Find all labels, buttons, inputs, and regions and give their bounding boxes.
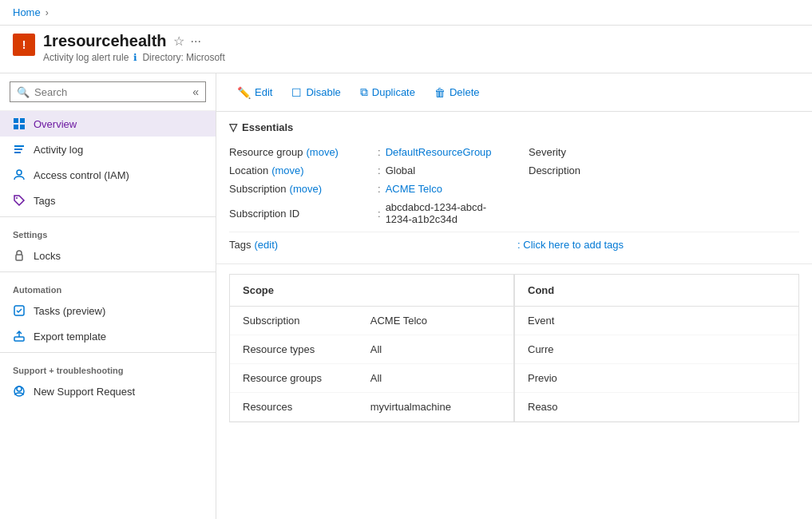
condition-row-label: Previo xyxy=(515,364,798,393)
svg-point-7 xyxy=(17,170,22,175)
svg-rect-11 xyxy=(14,337,24,341)
search-input-wrap[interactable]: 🔍 « xyxy=(10,81,206,102)
scope-row-value: All xyxy=(358,364,513,393)
sidebar-item-tasks[interactable]: Tasks (preview) xyxy=(0,298,216,323)
more-options-icon[interactable]: ··· xyxy=(191,34,201,49)
search-input[interactable] xyxy=(34,86,188,98)
sidebar-item-activity-log[interactable]: Activity log xyxy=(0,137,216,162)
tags-edit-link[interactable]: (edit) xyxy=(254,239,278,251)
disable-icon: ☐ xyxy=(291,86,302,99)
svg-rect-4 xyxy=(14,145,24,147)
divider-automation xyxy=(0,271,216,272)
support-section-title: Support + troubleshooting xyxy=(0,356,216,378)
topbar: Home › xyxy=(0,0,812,26)
svg-rect-1 xyxy=(20,118,25,123)
description-row: Description xyxy=(529,161,799,180)
subscription-id-label: Subscription ID xyxy=(229,208,373,220)
scope-row-label: Resource types xyxy=(230,335,358,364)
scope-row-value: ACME Telco xyxy=(358,307,513,335)
scope-row-value: myvirtualmachine xyxy=(358,393,513,422)
search-icon: 🔍 xyxy=(17,86,30,98)
sidebar-item-overview[interactable]: Overview xyxy=(0,111,216,137)
table-row: Event xyxy=(515,307,798,335)
scope-panel: Scope SubscriptionACME TelcoResource typ… xyxy=(229,274,514,422)
scope-panel-header: Scope xyxy=(230,275,513,307)
resource-header: ! 1resourcehealth ☆ ··· Activity log ale… xyxy=(0,26,812,73)
scope-row-label: Subscription xyxy=(230,307,358,335)
resource-group-row: Resource group (move) : DefaultResourceG… xyxy=(229,143,500,161)
sidebar-item-export-label: Export template xyxy=(34,331,106,343)
tasks-icon xyxy=(13,304,26,317)
resource-icon: ! xyxy=(13,34,35,56)
search-box: 🔍 « xyxy=(0,73,216,111)
table-row: Reaso xyxy=(515,393,798,422)
subscription-label: Subscription (move) xyxy=(229,183,373,195)
page-title: 1resourcehealth xyxy=(43,32,167,50)
divider-settings xyxy=(0,216,216,217)
table-row: Resourcesmyvirtualmachine xyxy=(230,393,513,422)
edit-button[interactable]: ✏️ Edit xyxy=(229,82,280,103)
location-move-link[interactable]: (move) xyxy=(271,164,303,176)
app-layout: Home › ! 1resourcehealth ☆ ··· Activity … xyxy=(0,0,812,519)
resource-group-label: Resource group (move) xyxy=(229,146,373,158)
table-row: SubscriptionACME Telco xyxy=(230,307,513,335)
duplicate-button[interactable]: ⧉ Duplicate xyxy=(352,81,423,103)
svg-rect-5 xyxy=(14,149,22,150)
condition-row-label: Reaso xyxy=(515,393,798,422)
export-icon xyxy=(13,330,26,343)
panels-area: Scope SubscriptionACME TelcoResource typ… xyxy=(229,274,799,422)
tags-row: Tags (edit) : Click here to add tags xyxy=(229,232,799,254)
subscription-row: Subscription (move) : ACME Telco xyxy=(229,180,500,198)
breadcrumb-sep: › xyxy=(46,7,49,18)
edit-icon: ✏️ xyxy=(237,86,251,99)
scope-row-value: All xyxy=(358,335,513,364)
settings-section-title: Settings xyxy=(0,220,216,243)
subscription-id-row: Subscription ID : abcdabcd-1234-abcd-123… xyxy=(229,198,500,228)
info-icon[interactable]: ℹ xyxy=(133,52,137,63)
delete-icon: 🗑 xyxy=(434,86,446,99)
resource-group-move-link[interactable]: (move) xyxy=(307,146,339,158)
sidebar-item-activity-log-label: Activity log xyxy=(34,144,83,156)
resource-subtitle: Activity log alert rule ℹ Directory: Mic… xyxy=(43,52,799,63)
sidebar-item-locks[interactable]: Locks xyxy=(0,243,216,268)
essentials-header[interactable]: ▽ Essentials xyxy=(229,121,799,133)
sidebar-item-access-control[interactable]: Access control (IAM) xyxy=(0,162,216,188)
toolbar: ✏️ Edit ☐ Disable ⧉ Duplicate 🗑 Delete xyxy=(216,73,812,112)
new-support-icon xyxy=(13,385,26,398)
automation-section-title: Automation xyxy=(0,275,216,298)
collapse-sidebar-button[interactable]: « xyxy=(192,85,199,98)
resource-type-label: Activity log alert rule xyxy=(43,52,129,63)
resource-group-link[interactable]: DefaultResourceGroup xyxy=(386,146,492,158)
locks-icon xyxy=(13,249,26,262)
sidebar-item-tags[interactable]: Tags xyxy=(0,188,216,213)
description-label: Description xyxy=(529,164,672,176)
location-row: Location (move) : Global xyxy=(229,161,500,180)
svg-point-13 xyxy=(17,386,22,391)
delete-button[interactable]: 🗑 Delete xyxy=(426,82,488,103)
subscription-move-link[interactable]: (move) xyxy=(290,183,322,195)
essentials-right-col: Severity Description xyxy=(516,143,799,228)
divider-support xyxy=(0,352,216,353)
breadcrumb-home[interactable]: Home xyxy=(13,6,41,18)
sidebar-item-new-support[interactable]: New Support Request xyxy=(0,378,216,404)
scope-row-label: Resources xyxy=(230,393,358,422)
svg-rect-9 xyxy=(16,255,22,260)
sidebar: 🔍 « Overview Activity log xyxy=(0,73,216,519)
disable-button[interactable]: ☐ Disable xyxy=(283,82,348,103)
favorite-icon[interactable]: ☆ xyxy=(173,34,184,49)
activity-log-icon xyxy=(13,143,26,156)
resource-title-block: 1resourcehealth ☆ ··· Activity log alert… xyxy=(43,32,799,63)
tags-icon xyxy=(13,194,26,207)
sidebar-item-export[interactable]: Export template xyxy=(0,323,216,349)
severity-row: Severity xyxy=(529,143,799,161)
tags-add-link[interactable]: : Click here to add tags xyxy=(517,239,624,251)
sidebar-item-tasks-label: Tasks (preview) xyxy=(34,305,105,317)
svg-rect-6 xyxy=(14,152,21,153)
table-row: Previo xyxy=(515,364,798,393)
essentials-title: Essentials xyxy=(242,121,293,133)
subscription-link[interactable]: ACME Telco xyxy=(386,183,442,195)
sidebar-item-access-control-label: Access control (IAM) xyxy=(34,169,129,181)
location-label: Location (move) xyxy=(229,164,373,176)
essentials-section: ▽ Essentials Resource group (move) : xyxy=(216,112,812,264)
duplicate-icon: ⧉ xyxy=(360,85,368,99)
